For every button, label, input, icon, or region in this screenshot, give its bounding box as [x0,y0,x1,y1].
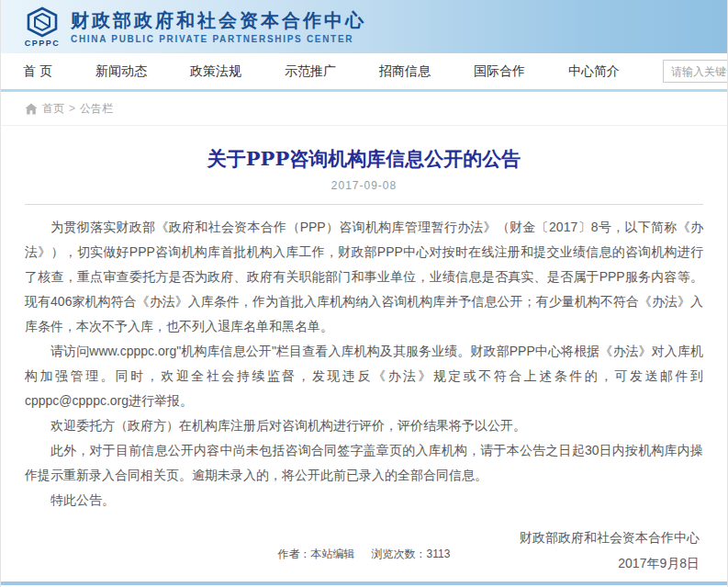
article: 关于PPP咨询机构库信息公开的公告 2017-09-08 为贯彻落实财政部《政府… [1,146,727,587]
site-title: 财政部政府和社会资本合作中心 [71,9,366,31]
nav-search [663,60,728,83]
author-label: 作者： [278,547,311,560]
logo-mark: CPPPC [23,6,62,48]
footer-accent-bar [1,581,727,585]
breadcrumb-current[interactable]: 公告栏 [80,101,113,117]
nav-item-investment[interactable]: 招商信息 [379,63,431,80]
main-nav: 首 页 新闻动态 政策法规 示范推广 招商信息 国际合作 中心简介 中文 | E… [1,53,727,92]
site-subtitle: CHINA PUBLIC PRIVATE PARTNERSHIPS CENTER [71,34,366,44]
views-count: 3113 [427,547,451,560]
nav-item-about[interactable]: 中心简介 [568,63,620,80]
article-paragraph: 此外，对于目前信息公开内容中尚未包括咨询合同签字盖章页的入库机构，请于本公告之日… [25,438,703,488]
title-divider [25,204,703,205]
article-body: 为贯彻落实财政部《政府和社会资本合作（PPP）咨询机构库管理暂行办法》（财金〔2… [25,215,703,513]
breadcrumb-home[interactable]: 首页 [42,101,64,117]
nav-item-policy[interactable]: 政策法规 [190,63,241,80]
author-value: 本站编辑 [311,547,355,560]
site-title-stack: 财政部政府和社会资本合作中心 CHINA PUBLIC PRIVATE PART… [71,9,366,44]
breadcrumb: 首页 > 公告栏 [1,92,727,126]
site-header: CPPPC 财政部政府和社会资本合作中心 CHINA PUBLIC PRIVAT… [1,0,727,53]
logo-acronym: CPPPC [25,39,61,48]
article-paragraph: 欢迎委托方（政府方）在机构库注册后对咨询机构进行评价，评价结果将予以公开。 [25,413,703,438]
article-paragraph: 为贯彻落实财政部《政府和社会资本合作（PPP）咨询机构库管理暂行办法》（财金〔2… [25,215,703,339]
page-title: 关于PPP咨询机构库信息公开的公告 [25,146,703,172]
views-label: 浏览次数： [372,547,427,560]
article-date: 2017-09-08 [25,179,703,192]
article-paragraph: 请访问www.cpppc.org"机构库信息公开"栏目查看入库机构及其服务业绩。… [25,339,703,413]
breadcrumb-separator: > [69,102,75,115]
nav-item-demonstration[interactable]: 示范推广 [285,63,336,80]
site-logo[interactable]: CPPPC 财政部政府和社会资本合作中心 CHINA PUBLIC PRIVAT… [23,6,366,48]
nav-item-home[interactable]: 首 页 [23,63,52,80]
search-input[interactable] [663,60,728,83]
nav-item-international[interactable]: 国际合作 [474,63,525,80]
article-paragraph: 特此公告。 [25,488,703,513]
page: CPPPC 财政部政府和社会资本合作中心 CHINA PUBLIC PRIVAT… [0,0,728,587]
home-icon [25,103,38,115]
cpppc-logo-icon [23,6,62,38]
nav-item-news[interactable]: 新闻动态 [95,63,147,80]
meta-bar: 作者：本站编辑浏览次数：3113 [1,547,727,562]
